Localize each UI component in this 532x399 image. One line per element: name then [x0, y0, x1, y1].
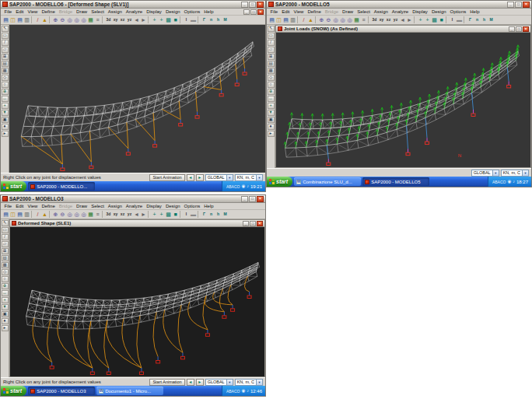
volume-icon[interactable]: ♪ — [247, 184, 249, 189]
toolbar-icon[interactable]: ► — [140, 211, 147, 219]
draw-tool-icon[interactable]: ▼ — [2, 304, 9, 310]
toolbar-icon[interactable]: I — [183, 16, 190, 24]
draw-tool-icon[interactable]: ◇ — [268, 75, 275, 81]
draw-tool-icon[interactable]: ↖ — [2, 26, 9, 32]
tray-status-icon[interactable]: ◉ — [241, 184, 245, 189]
menu-item-options[interactable]: Options — [182, 9, 202, 16]
child-restore-button[interactable]: □ — [516, 26, 522, 32]
toolbar-icon[interactable]: ▩ — [165, 16, 172, 24]
menu-item-draw[interactable]: Draw — [75, 9, 89, 16]
menu-item-display[interactable]: Display — [411, 9, 430, 16]
toolbar-icon[interactable]: 3d — [105, 16, 112, 24]
toolbar-icon[interactable]: xz — [119, 211, 126, 219]
model-viewport-joint-loads[interactable]: N — [276, 33, 530, 167]
child-minimize-button[interactable]: _ — [243, 9, 250, 15]
draw-tool-icon[interactable]: ▭ — [2, 227, 9, 233]
toolbar-icon[interactable]: xy — [112, 16, 119, 24]
child-minimize-button[interactable]: _ — [243, 221, 249, 226]
menu-item-analyze[interactable]: Analyze — [124, 9, 144, 16]
draw-tool-icon[interactable]: ↖ — [2, 220, 9, 226]
draw-tool-icon[interactable]: ▼ — [268, 110, 275, 116]
child-close-button[interactable]: × — [523, 26, 529, 32]
chevron-down-icon[interactable]: ▼ — [256, 175, 262, 180]
draw-tool-icon[interactable]: ▸ — [268, 131, 275, 137]
toolbar-icon[interactable]: I — [183, 211, 190, 219]
toolbar-icon[interactable]: ▦ — [87, 211, 94, 219]
toolbar-icon[interactable]: ◎ — [66, 16, 73, 24]
toolbar-icon[interactable]: ▦ — [87, 16, 94, 24]
menu-item-draw[interactable]: Draw — [341, 9, 355, 16]
close-button[interactable]: × — [257, 2, 264, 8]
draw-tool-icon[interactable]: ◇ — [2, 269, 9, 275]
coord-system-dropdown[interactable]: GLOBAL▼ — [205, 174, 233, 181]
toolbar-icon[interactable]: M — [222, 211, 229, 219]
toolbar-icon[interactable]: ◎ — [73, 211, 80, 219]
toolbar-icon[interactable]: ▩ — [431, 16, 438, 24]
model-viewport-deformed-sle1[interactable] — [10, 227, 264, 376]
menu-item-edit[interactable]: Edit — [14, 203, 26, 210]
chevron-down-icon[interactable]: ▼ — [226, 380, 233, 385]
menu-item-design[interactable]: Design — [163, 203, 182, 210]
toolbar-icon[interactable]: yz — [392, 16, 399, 24]
toolbar-icon[interactable]: ⊕ — [318, 16, 325, 24]
toolbar-icon[interactable]: ▤ — [2, 16, 9, 24]
toolbar-icon[interactable]: ▤ — [16, 211, 23, 219]
draw-tool-icon[interactable]: ● — [2, 124, 9, 130]
toolbar-icon[interactable]: xy — [112, 211, 119, 219]
child-restore-button[interactable]: □ — [250, 9, 257, 15]
minimize-button[interactable]: _ — [507, 2, 514, 8]
units-dropdown[interactable]: KN, m, C▼ — [501, 170, 529, 177]
toolbar-icon[interactable]: ◎ — [346, 16, 353, 24]
toolbar-icon[interactable]: + — [151, 211, 158, 219]
toolbar-icon[interactable]: n — [474, 16, 481, 24]
menu-item-display[interactable]: Display — [145, 9, 164, 16]
coord-system-dropdown[interactable]: GLOBAL▼ — [205, 379, 233, 386]
minimize-button[interactable]: _ — [241, 196, 248, 202]
toolbar-icon[interactable]: ▬ — [456, 16, 463, 24]
menu-item-analyze[interactable]: Analyze — [124, 203, 144, 210]
toolbar-icon[interactable]: ■ — [172, 16, 179, 24]
draw-tool-icon[interactable]: ▣ — [2, 311, 9, 317]
toolbar-icon[interactable]: ◎ — [66, 211, 73, 219]
toolbar-icon[interactable]: + — [417, 16, 424, 24]
menu-item-file[interactable]: File — [2, 9, 14, 16]
toolbar-icon[interactable]: ▥ — [23, 211, 30, 219]
draw-tool-icon[interactable]: ○ — [268, 82, 275, 88]
draw-tool-icon[interactable]: ○ — [2, 82, 9, 88]
child-title-bar[interactable]: Deformed Shape (SLE1) _ □ × — [10, 220, 264, 227]
child-close-button[interactable]: × — [257, 9, 264, 15]
menu-item-file[interactable]: File — [2, 203, 14, 210]
menu-item-file[interactable]: File — [268, 9, 280, 16]
menu-item-assign[interactable]: Assign — [372, 9, 390, 16]
menu-item-select[interactable]: Select — [89, 9, 107, 16]
draw-tool-icon[interactable]: / — [2, 40, 9, 46]
toolbar-icon[interactable]: / — [300, 16, 307, 24]
toolbar-icon[interactable]: yz — [126, 211, 133, 219]
draw-tool-icon[interactable]: ◇ — [2, 75, 9, 81]
menu-item-define[interactable]: Define — [40, 203, 57, 210]
toolbar-icon[interactable]: Γ — [201, 211, 208, 219]
draw-tool-icon[interactable]: ▭ — [2, 33, 9, 39]
toolbar-icon[interactable]: + — [158, 211, 165, 219]
menu-item-assign[interactable]: Assign — [106, 203, 124, 210]
draw-tool-icon[interactable]: ▣ — [268, 117, 275, 123]
toolbar-icon[interactable]: ▬ — [190, 211, 197, 219]
draw-tool-icon[interactable]: ↔ — [2, 290, 9, 296]
menu-item-design[interactable]: Design — [429, 9, 448, 16]
taskbar-button[interactable]: SAP2000 - MODELLO3 — [28, 387, 95, 395]
toolbar-icon[interactable]: ⊖ — [59, 16, 66, 24]
menu-item-define[interactable]: Define — [40, 9, 57, 16]
tray-status-icon[interactable]: ◉ — [241, 389, 245, 394]
draw-tool-icon[interactable]: ▦ — [2, 68, 9, 74]
toolbar-icon[interactable]: ◄ — [133, 211, 140, 219]
toolbar-icon[interactable]: ▥ — [23, 16, 30, 24]
toolbar-icon[interactable]: ≡ — [94, 16, 101, 24]
draw-tool-icon[interactable]: ↖ — [268, 26, 275, 32]
menu-item-edit[interactable]: Edit — [14, 9, 26, 16]
minimize-button[interactable]: _ — [241, 2, 248, 8]
toolbar-icon[interactable]: ▩ — [165, 211, 172, 219]
menu-item-select[interactable]: Select — [89, 203, 107, 210]
start-button[interactable]: start — [1, 386, 26, 396]
draw-tool-icon[interactable]: / — [2, 234, 9, 240]
toolbar-icon[interactable]: yz — [126, 16, 133, 24]
